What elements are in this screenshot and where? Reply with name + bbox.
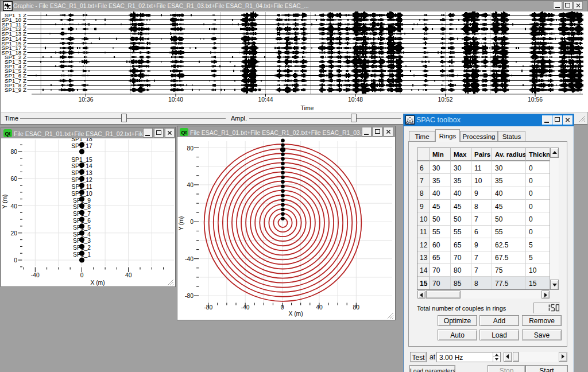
svg-text:-80: -80: [204, 304, 212, 311]
svg-text:40: 40: [316, 304, 323, 311]
svg-text:10:48: 10:48: [348, 96, 363, 103]
svg-text:40: 40: [11, 203, 18, 210]
svg-text:0: 0: [80, 272, 84, 278]
svg-text:-40: -40: [185, 256, 194, 262]
svg-text:20: 20: [11, 230, 18, 237]
svg-text:80: 80: [187, 145, 194, 152]
svg-text:Y (m): Y (m): [2, 195, 8, 209]
svg-text:-80: -80: [185, 293, 194, 299]
svg-text:60: 60: [11, 176, 18, 182]
svg-text:40: 40: [125, 272, 132, 278]
svg-text:Y (m): Y (m): [178, 216, 184, 231]
svg-text:Qt: Qt: [181, 129, 187, 135]
svg-text:SPAC: SPAC: [406, 121, 415, 125]
svg-text:SP1_15: SP1_15: [71, 157, 92, 163]
svg-text:10:36: 10:36: [79, 96, 94, 103]
svg-text:-40: -40: [241, 304, 250, 311]
svg-text:0: 0: [14, 257, 17, 264]
svg-text:80: 80: [11, 149, 18, 155]
svg-text:Time: Time: [301, 104, 314, 111]
svg-text:10:40: 10:40: [168, 96, 183, 103]
svg-text:0: 0: [281, 304, 284, 311]
svg-text:10:44: 10:44: [258, 96, 273, 103]
svg-text:0: 0: [190, 219, 194, 225]
svg-text:X (m): X (m): [288, 311, 303, 317]
svg-text:SP1_9 Z: SP1_9 Z: [5, 87, 26, 93]
svg-text:-40: -40: [31, 272, 40, 278]
svg-text:10:52: 10:52: [438, 96, 453, 103]
svg-text:X (m): X (m): [90, 280, 105, 286]
svg-text:80: 80: [353, 304, 360, 311]
svg-text:10:56: 10:56: [528, 96, 543, 103]
svg-text:40: 40: [187, 182, 194, 188]
svg-text:SP1_18: SP1_18: [71, 138, 92, 142]
svg-text:Qt: Qt: [5, 130, 11, 136]
